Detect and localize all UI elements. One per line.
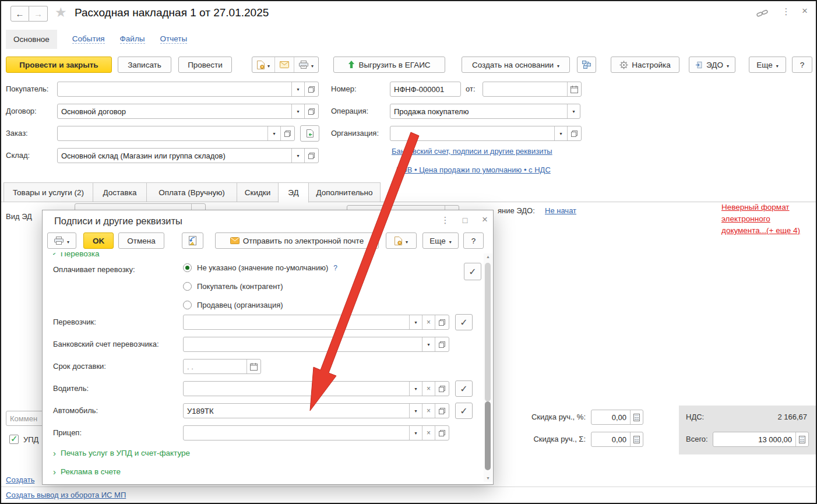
clear-button[interactable]	[422, 382, 435, 396]
upd-checkbox[interactable]	[9, 435, 19, 444]
upload-egais-button[interactable]: Выгрузить в ЕГАИС	[333, 57, 445, 73]
dropdown-button[interactable]	[291, 104, 304, 118]
create-link[interactable]: Создать	[6, 475, 34, 484]
open-button[interactable]	[435, 315, 449, 329]
upd-print-section-toggle[interactable]: Печать услуг в УПД и счет-фактуре	[53, 448, 190, 458]
tab-payment[interactable]: Оплата (Вручную)	[146, 182, 237, 202]
discount-pct-input[interactable]	[591, 410, 630, 424]
dialog-print-button[interactable]	[47, 232, 76, 249]
calc-button[interactable]	[630, 410, 643, 424]
create-task-button[interactable]	[252, 57, 274, 72]
calendar-button[interactable]	[246, 360, 260, 373]
organization-input[interactable]	[390, 126, 554, 140]
open-button[interactable]	[304, 149, 318, 163]
carrier-input[interactable]	[184, 315, 409, 329]
more-button[interactable]: Еще	[749, 57, 786, 73]
order-input[interactable]	[58, 126, 267, 140]
driver-input[interactable]	[184, 382, 409, 396]
post-button[interactable]: Провести	[178, 57, 232, 73]
delivery-term-input[interactable]	[184, 360, 246, 373]
write-button[interactable]: Записать	[118, 57, 171, 73]
number-input[interactable]	[390, 82, 460, 96]
dialog-scrollbar[interactable]: ▲ ▼	[484, 253, 492, 482]
dialog-more-icon[interactable]	[439, 215, 452, 225]
create-withdrawal-link[interactable]: Создать вывод из оборота ИС МП	[6, 491, 126, 499]
post-and-close-button[interactable]: Провести и закрыть	[6, 57, 112, 73]
discount-sum-input[interactable]	[591, 432, 630, 446]
dialog-preview-button[interactable]	[182, 232, 203, 249]
dialog-ok-button[interactable]: OK	[83, 232, 114, 249]
open-button[interactable]	[304, 82, 318, 96]
navtab-reports[interactable]: Отчеты	[160, 34, 188, 44]
tab-delivery[interactable]: Доставка	[93, 182, 147, 202]
dialog-maximize-icon[interactable]	[459, 215, 471, 225]
open-button[interactable]	[280, 126, 294, 140]
payer-option-buyer[interactable]: Покупатель (контрагент)	[183, 282, 283, 291]
forward-button[interactable]: →	[29, 6, 48, 22]
payer-option-seller[interactable]: Продавец (организация)	[183, 301, 283, 309]
calc-button[interactable]	[795, 432, 808, 446]
buyer-input[interactable]	[58, 82, 291, 96]
contract-input[interactable]	[58, 104, 291, 118]
open-button[interactable]	[567, 126, 581, 140]
date-input[interactable]	[483, 82, 567, 96]
dropdown-button[interactable]	[409, 404, 422, 418]
edo-button[interactable]: ЭДО	[689, 57, 735, 73]
dropdown-button[interactable]	[567, 104, 580, 118]
dropdown-button[interactable]	[409, 315, 422, 329]
clear-button[interactable]	[422, 315, 435, 329]
open-button[interactable]	[304, 104, 318, 118]
dropdown-button[interactable]	[554, 126, 567, 140]
ed-error-link[interactable]: Неверный формат электронного документа..…	[721, 202, 804, 237]
dropdown-button[interactable]	[409, 426, 422, 440]
create-based-on-button[interactable]: Создать на основании	[462, 57, 570, 73]
payer-option-not-specified[interactable]: Не указано (значение по-умолчанию) ?	[183, 263, 337, 272]
open-button[interactable]	[435, 426, 449, 440]
navtab-events[interactable]: События	[72, 34, 105, 44]
navtab-files[interactable]: Файлы	[120, 34, 145, 44]
transport-section-toggle[interactable]: Перевозка	[53, 252, 170, 259]
structure-button[interactable]	[577, 57, 596, 73]
back-button[interactable]: ←	[10, 6, 29, 22]
total-input[interactable]	[713, 432, 795, 446]
dropdown-button[interactable]	[422, 337, 435, 351]
payer-help-link[interactable]: ?	[333, 264, 337, 272]
calendar-button[interactable]	[567, 82, 581, 96]
scroll-down-icon[interactable]: ▼	[484, 475, 492, 482]
open-button[interactable]	[435, 337, 449, 351]
clear-button[interactable]	[422, 426, 435, 440]
window-more-icon[interactable]	[780, 6, 793, 17]
navtab-main[interactable]: Основное	[6, 30, 57, 49]
open-button[interactable]	[435, 404, 449, 418]
scrollbar-thumb[interactable]	[485, 263, 491, 401]
get-link-icon[interactable]	[756, 9, 768, 18]
dialog-send-email-button[interactable]: Отправить по электронной почте	[215, 232, 379, 249]
dialog-more-button[interactable]: Еще	[422, 232, 459, 249]
tab-goods-services[interactable]: Товары и услуги (2)	[3, 182, 93, 202]
carrier-confirm-button[interactable]	[455, 314, 473, 330]
driver-confirm-button[interactable]	[455, 380, 473, 397]
clear-button[interactable]	[422, 404, 435, 418]
dropdown-button[interactable]	[267, 126, 280, 140]
favorite-star-icon[interactable]: ★	[55, 5, 67, 20]
print-button[interactable]	[294, 57, 318, 72]
window-close-icon[interactable]	[798, 5, 811, 17]
trailer-input[interactable]	[184, 426, 409, 440]
dropdown-button[interactable]	[291, 82, 304, 96]
send-email-button[interactable]	[274, 57, 294, 72]
tab-additional[interactable]: Дополнительно	[308, 182, 381, 202]
car-confirm-button[interactable]	[455, 403, 473, 419]
price-settings-link[interactable]: RUB • Цена продажи по умолчанию • с НДС	[396, 165, 551, 174]
dropdown-button[interactable]	[409, 382, 422, 396]
settings-button[interactable]: Настройка	[611, 57, 679, 73]
dialog-close-icon[interactable]	[478, 214, 491, 225]
dialog-create-task-button[interactable]	[386, 232, 417, 249]
dialog-cancel-button[interactable]: Отмена	[118, 232, 164, 249]
calc-button[interactable]	[630, 432, 643, 446]
carrier-account-input[interactable]	[184, 337, 422, 351]
warehouse-input[interactable]	[58, 149, 291, 163]
fill-from-order-button[interactable]	[300, 125, 319, 142]
dialog-help-button[interactable]: ?	[463, 232, 484, 249]
scroll-up-icon[interactable]: ▲	[484, 253, 492, 260]
dropdown-button[interactable]	[291, 149, 304, 163]
